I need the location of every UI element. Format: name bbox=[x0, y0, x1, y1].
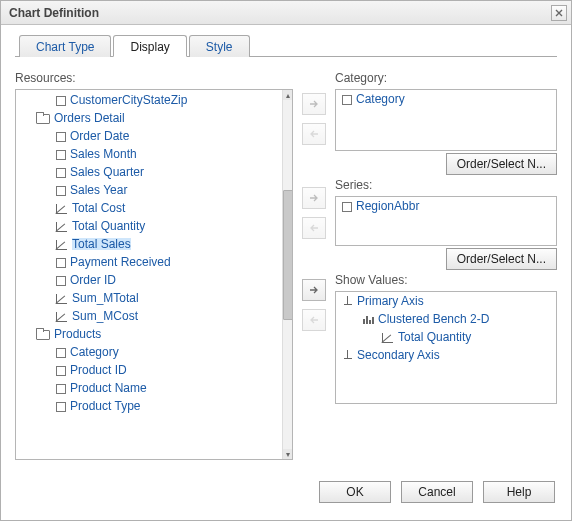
list-item[interactable]: Category bbox=[336, 90, 556, 108]
tree-item[interactable]: Total Cost bbox=[16, 199, 282, 217]
tree-item[interactable]: Products bbox=[16, 325, 282, 343]
tree-item-label: Category bbox=[70, 346, 119, 358]
axis-icon bbox=[342, 350, 353, 361]
arrow-right-icon bbox=[308, 285, 320, 295]
tabs: Chart Type Display Style bbox=[19, 35, 557, 57]
measure-icon bbox=[56, 221, 68, 232]
tree-item-label: Clustered Bench 2-D bbox=[378, 313, 489, 325]
tree-item-label: Payment Received bbox=[70, 256, 171, 268]
tree-item-label: Total Quantity bbox=[72, 220, 145, 232]
dialog-title: Chart Definition bbox=[9, 6, 99, 20]
tree-item-label: Products bbox=[54, 328, 101, 340]
list-item[interactable]: RegionAbbr bbox=[336, 197, 556, 215]
tree-item[interactable]: Clustered Bench 2-D bbox=[336, 310, 556, 328]
tree-item[interactable]: Order Date bbox=[16, 127, 282, 145]
tree-item[interactable]: Payment Received bbox=[16, 253, 282, 271]
tree-item-label: Total Sales bbox=[72, 238, 131, 250]
tree-item-label: Sum_MCost bbox=[72, 310, 138, 322]
tree-item[interactable]: Sum_MTotal bbox=[16, 289, 282, 307]
arrow-left-icon bbox=[308, 223, 320, 233]
tree-item[interactable]: Category bbox=[16, 343, 282, 361]
field-icon bbox=[56, 132, 66, 142]
tree-item-label: Orders Detail bbox=[54, 112, 125, 124]
add-series-button[interactable] bbox=[302, 187, 326, 209]
list-item-label: RegionAbbr bbox=[356, 200, 419, 212]
field-icon bbox=[56, 348, 66, 358]
add-value-button[interactable] bbox=[302, 279, 326, 301]
folder-icon bbox=[36, 328, 50, 340]
display-panel: Resources: CustomerCityStateZip Orders D… bbox=[15, 57, 557, 466]
resources-tree[interactable]: CustomerCityStateZip Orders Detail Order… bbox=[15, 89, 293, 460]
field-icon bbox=[342, 202, 352, 212]
measure-icon bbox=[56, 239, 68, 250]
measure-icon bbox=[56, 311, 68, 322]
scroll-down-icon[interactable]: ▾ bbox=[283, 449, 293, 459]
right-column: Category: Category Order/Select N... Ser… bbox=[335, 71, 557, 460]
tree-item[interactable]: Product ID bbox=[16, 361, 282, 379]
show-values-tree[interactable]: Primary Axis Clustered Bench 2-D Total Q… bbox=[335, 291, 557, 404]
ok-button[interactable]: OK bbox=[319, 481, 391, 503]
remove-series-button[interactable] bbox=[302, 217, 326, 239]
tree-item[interactable]: Order ID bbox=[16, 271, 282, 289]
tree-item-label: Product ID bbox=[70, 364, 127, 376]
cancel-button[interactable]: Cancel bbox=[401, 481, 473, 503]
category-order-button[interactable]: Order/Select N... bbox=[446, 153, 557, 175]
tree-item-label: CustomerCityStateZip bbox=[70, 94, 187, 106]
tree-item[interactable]: Sales Quarter bbox=[16, 163, 282, 181]
field-icon bbox=[56, 168, 66, 178]
tree-item-label: Total Quantity bbox=[398, 331, 471, 343]
tab-style[interactable]: Style bbox=[189, 35, 250, 57]
series-section: Series: RegionAbbr Order/Select N... bbox=[335, 178, 557, 270]
show-values-section: Show Values: Primary Axis Clustered Benc… bbox=[335, 273, 557, 460]
tree-item[interactable]: Sum_MCost bbox=[16, 307, 282, 325]
field-icon bbox=[56, 96, 66, 106]
tree-item[interactable]: Total Quantity bbox=[16, 217, 282, 235]
tree-item-label: Sales Month bbox=[70, 148, 137, 160]
arrow-left-icon bbox=[308, 315, 320, 325]
add-category-button[interactable] bbox=[302, 93, 326, 115]
tree-item[interactable]: Primary Axis bbox=[336, 292, 556, 310]
tree-item[interactable]: Sales Month bbox=[16, 145, 282, 163]
tree-item[interactable]: Secondary Axis bbox=[336, 346, 556, 364]
folder-icon bbox=[36, 112, 50, 124]
tree-item[interactable]: Total Quantity bbox=[336, 328, 556, 346]
tree-item[interactable]: Total Sales bbox=[16, 235, 282, 253]
tree-item[interactable]: CustomerCityStateZip bbox=[16, 91, 282, 109]
tree-item[interactable]: Sales Year bbox=[16, 181, 282, 199]
field-icon bbox=[56, 366, 66, 376]
tree-item[interactable]: Product Type bbox=[16, 397, 282, 415]
resources-label: Resources: bbox=[15, 71, 293, 85]
arrow-right-icon bbox=[308, 193, 320, 203]
series-list[interactable]: RegionAbbr bbox=[335, 196, 557, 246]
axis-icon bbox=[342, 296, 353, 307]
measure-icon bbox=[56, 293, 68, 304]
tree-item-label: Sum_MTotal bbox=[72, 292, 139, 304]
tree-item[interactable]: Orders Detail bbox=[16, 109, 282, 127]
tree-item[interactable]: Product Name bbox=[16, 379, 282, 397]
dialog-body: Chart Type Display Style Resources: Cust… bbox=[1, 25, 571, 472]
measure-icon bbox=[382, 332, 394, 343]
field-icon bbox=[56, 276, 66, 286]
field-icon bbox=[56, 150, 66, 160]
tree-item-label: Total Cost bbox=[72, 202, 125, 214]
series-order-button[interactable]: Order/Select N... bbox=[446, 248, 557, 270]
field-icon bbox=[342, 95, 352, 105]
remove-value-button[interactable] bbox=[302, 309, 326, 331]
tab-display[interactable]: Display bbox=[113, 35, 186, 57]
field-icon bbox=[56, 402, 66, 412]
close-button[interactable] bbox=[551, 5, 567, 21]
scroll-up-icon[interactable]: ▴ bbox=[283, 90, 293, 100]
scrollbar[interactable]: ▴ ▾ bbox=[282, 90, 292, 459]
scroll-thumb[interactable] bbox=[283, 190, 293, 320]
remove-category-button[interactable] bbox=[302, 123, 326, 145]
category-label: Category: bbox=[335, 71, 557, 85]
tree-item-label: Order ID bbox=[70, 274, 116, 286]
help-button[interactable]: Help bbox=[483, 481, 555, 503]
dialog-footer: OK Cancel Help bbox=[1, 472, 571, 520]
category-section: Category: Category Order/Select N... bbox=[335, 71, 557, 175]
show-values-label: Show Values: bbox=[335, 273, 557, 287]
close-icon bbox=[555, 9, 563, 17]
tree-item-label: Sales Quarter bbox=[70, 166, 144, 178]
category-list[interactable]: Category bbox=[335, 89, 557, 151]
tab-chart-type[interactable]: Chart Type bbox=[19, 35, 111, 57]
